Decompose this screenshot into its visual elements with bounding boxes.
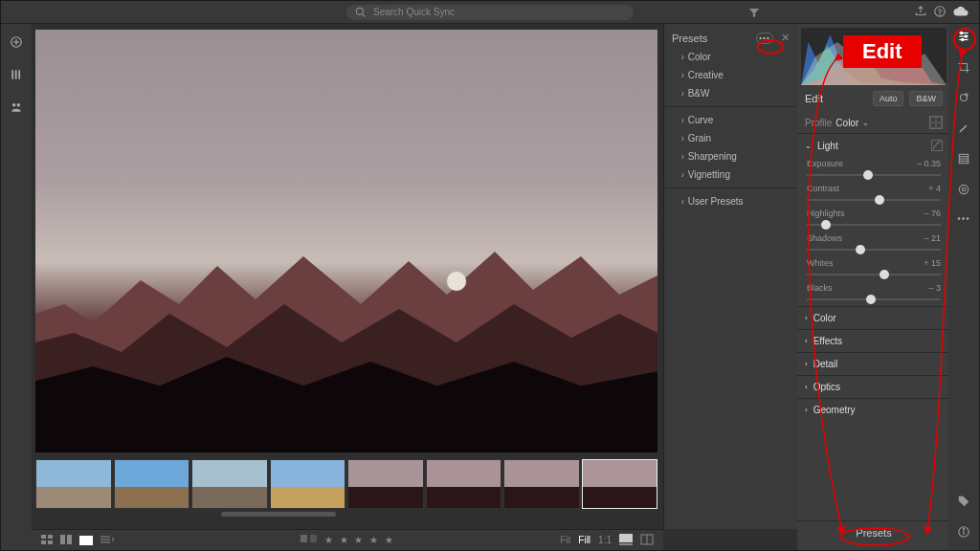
- section-effects[interactable]: ›Effects: [797, 330, 950, 352]
- slider-whites[interactable]: Whites+ 15: [797, 256, 950, 281]
- section-optics[interactable]: ›Optics: [797, 376, 950, 398]
- svg-point-3: [940, 14, 941, 15]
- presets-more-icon[interactable]: •••: [756, 33, 773, 44]
- edit-title: Edit: [805, 93, 867, 104]
- chevron-right-icon: ›: [681, 169, 684, 181]
- detail-view-icon[interactable]: [79, 536, 93, 545]
- presets-close-icon[interactable]: ✕: [781, 32, 790, 44]
- svg-rect-33: [60, 535, 65, 544]
- svg-rect-29: [41, 535, 46, 539]
- svg-rect-38: [619, 534, 633, 542]
- filmstrip-thumbnail[interactable]: [347, 459, 424, 509]
- svg-point-11: [17, 103, 20, 107]
- svg-point-15: [961, 32, 963, 33]
- show-original-icon[interactable]: [640, 534, 654, 547]
- svg-rect-39: [619, 543, 633, 545]
- my-photos-icon[interactable]: [10, 68, 23, 85]
- chevron-right-icon: ›: [805, 337, 808, 345]
- healing-brush-icon[interactable]: [957, 91, 970, 108]
- filmstrip-thumbnail[interactable]: [582, 459, 658, 509]
- svg-point-25: [962, 187, 966, 191]
- thumbnail-overlay-icon[interactable]: [619, 534, 633, 547]
- preset-group-creative[interactable]: ›Creative: [664, 66, 797, 84]
- slider-shadows[interactable]: Shadows– 21: [797, 231, 950, 256]
- svg-point-19: [966, 94, 968, 96]
- svg-point-10: [12, 103, 15, 107]
- preset-group-vignetting[interactable]: ›Vignetting: [664, 165, 797, 184]
- presets-panel-title: Presets: [672, 33, 707, 44]
- radial-gradient-icon[interactable]: [957, 183, 970, 200]
- svg-point-0: [356, 8, 363, 14]
- profile-label: Profile: [805, 118, 832, 128]
- search-input[interactable]: Search Quick Sync: [346, 5, 634, 20]
- svg-rect-32: [48, 540, 53, 544]
- svg-point-16: [965, 35, 967, 37]
- light-header[interactable]: ⌄ Light: [797, 134, 950, 157]
- share-icon[interactable]: [914, 5, 927, 22]
- help-icon[interactable]: [933, 5, 947, 22]
- compare-view-icon[interactable]: [60, 535, 72, 546]
- preset-group-b-w[interactable]: ›B&W: [664, 84, 797, 102]
- fill-button[interactable]: Fill: [578, 535, 590, 545]
- light-section: ⌄ Light Exposure– 0.35Contrast+ 4Highlig…: [797, 133, 950, 306]
- profile-value[interactable]: Color: [835, 118, 858, 128]
- flag-icon[interactable]: [300, 534, 319, 547]
- preset-group-curve[interactable]: ›Curve: [664, 111, 797, 129]
- filter-icon[interactable]: [747, 6, 761, 23]
- svg-rect-34: [67, 535, 72, 544]
- crop-icon[interactable]: [957, 60, 970, 77]
- presets-button[interactable]: Presets: [797, 520, 950, 544]
- chevron-right-icon: ›: [805, 383, 808, 391]
- chevron-right-icon: ›: [681, 52, 684, 63]
- auto-button[interactable]: Auto: [873, 91, 904, 106]
- bw-button[interactable]: B&W: [909, 91, 943, 106]
- svg-rect-30: [48, 535, 53, 539]
- view-menu-icon[interactable]: [100, 535, 114, 546]
- tag-icon[interactable]: [957, 495, 970, 512]
- svg-point-24: [959, 185, 968, 193]
- add-photos-icon[interactable]: [10, 35, 23, 53]
- chevron-right-icon: ›: [805, 360, 808, 368]
- preset-group-sharpening[interactable]: ›Sharpening: [664, 147, 797, 165]
- more-icon[interactable]: •••: [957, 213, 970, 224]
- edit-sliders-icon[interactable]: [957, 30, 970, 47]
- section-color[interactable]: ›Color: [797, 307, 950, 329]
- filmstrip: [35, 456, 657, 512]
- tone-curve-icon[interactable]: [931, 140, 943, 151]
- moon-render: [447, 272, 466, 291]
- filmstrip-thumbnail[interactable]: [270, 459, 346, 509]
- svg-rect-7: [11, 70, 13, 78]
- section-detail[interactable]: ›Detail: [797, 353, 950, 375]
- filmstrip-scrollbar[interactable]: [221, 512, 336, 517]
- filmstrip-thumbnail[interactable]: [191, 459, 268, 509]
- slider-highlights[interactable]: Highlights– 76: [797, 207, 950, 231]
- preset-group-grain[interactable]: ›Grain: [664, 129, 797, 147]
- filmstrip-thumbnail[interactable]: [114, 459, 190, 509]
- preset-group-color[interactable]: ›Color: [664, 48, 797, 66]
- filmstrip-thumbnail[interactable]: [35, 459, 112, 509]
- slider-contrast[interactable]: Contrast+ 4: [797, 182, 950, 207]
- rating-stars[interactable]: ★ ★ ★ ★ ★: [324, 535, 395, 545]
- section-geometry[interactable]: ›Geometry: [797, 399, 950, 421]
- preset-group-user-presets[interactable]: ›User Presets: [664, 192, 797, 210]
- chevron-right-icon: ›: [681, 115, 684, 126]
- profile-browser-icon[interactable]: [929, 116, 943, 129]
- filmstrip-thumbnail[interactable]: [426, 459, 502, 509]
- sharing-icon[interactable]: [10, 100, 23, 118]
- annotation-edit-label: Edit: [843, 35, 922, 68]
- slider-blacks[interactable]: Blacks– 3: [797, 281, 950, 306]
- brush-icon[interactable]: [957, 121, 970, 139]
- filmstrip-thumbnail[interactable]: [503, 459, 580, 509]
- chevron-right-icon: ›: [805, 406, 808, 414]
- one-to-one-button[interactable]: 1:1: [598, 535, 612, 545]
- image-canvas[interactable]: [35, 30, 657, 452]
- chevron-down-icon: ⌄: [862, 119, 869, 127]
- fit-button[interactable]: Fit: [560, 535, 570, 545]
- cloud-sync-icon[interactable]: [952, 5, 969, 22]
- slider-exposure[interactable]: Exposure– 0.35: [797, 157, 950, 182]
- grid-view-icon[interactable]: [41, 535, 53, 546]
- search-placeholder: Search Quick Sync: [373, 7, 455, 17]
- info-icon[interactable]: [957, 525, 970, 542]
- linear-gradient-icon[interactable]: [957, 152, 970, 169]
- chevron-down-icon: ⌄: [805, 142, 812, 150]
